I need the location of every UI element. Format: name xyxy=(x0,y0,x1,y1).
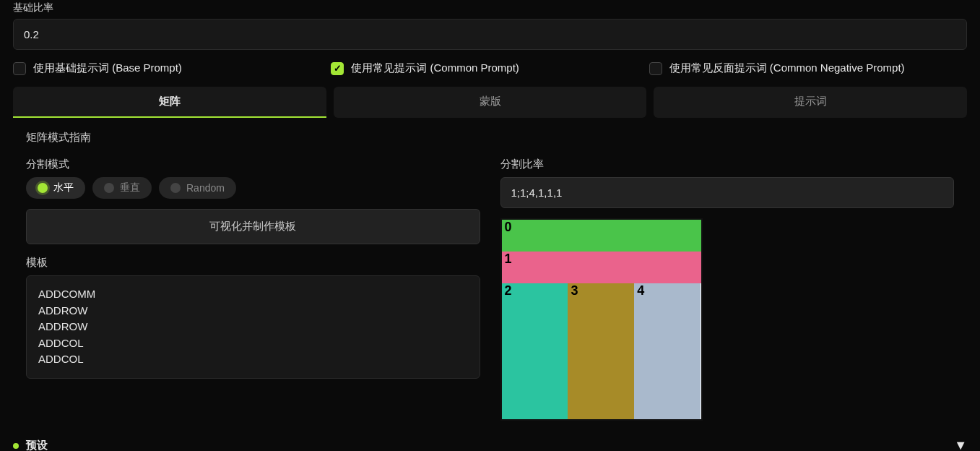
template-line: ADDROW xyxy=(38,319,468,335)
tab-prompt[interactable]: 提示词 xyxy=(654,87,967,118)
template-textarea[interactable]: ADDCOMMADDROWADDROWADDCOLADDCOL xyxy=(26,275,480,379)
common-prompt-label: 使用常见提示词 (Common Prompt) xyxy=(351,61,519,75)
matrix-guide-title: 矩阵模式指南 xyxy=(26,131,954,145)
mode-random-label: Random xyxy=(186,182,225,194)
preset-status-dot-icon xyxy=(13,443,19,449)
mode-horizontal-label: 水平 xyxy=(53,181,74,194)
radio-dot-icon xyxy=(104,183,114,193)
template-label: 模板 xyxy=(26,256,480,270)
split-mode-label: 分割模式 xyxy=(26,158,480,171)
template-line: ADDROW xyxy=(38,303,468,319)
viz-region-number: 1 xyxy=(505,252,512,267)
viz-region-number: 4 xyxy=(637,283,644,298)
viz-region xyxy=(502,252,701,283)
viz-region xyxy=(568,283,634,419)
region-visualization: 01234 xyxy=(500,218,703,421)
viz-region xyxy=(502,283,568,419)
base-prompt-label: 使用基础提示词 (Base Prompt) xyxy=(33,61,182,75)
viz-region-number: 2 xyxy=(505,283,512,298)
viz-region-number: 3 xyxy=(571,283,578,298)
mode-vertical-label: 垂直 xyxy=(120,181,140,194)
radio-dot-icon xyxy=(38,183,48,193)
mode-vertical[interactable]: 垂直 xyxy=(92,177,152,199)
preset-label: 预设 xyxy=(26,439,48,451)
radio-dot-icon xyxy=(170,183,181,193)
common-neg-checkbox[interactable] xyxy=(649,62,662,75)
viz-region xyxy=(634,283,701,419)
mode-random[interactable]: Random xyxy=(159,177,236,199)
mode-horizontal[interactable]: 水平 xyxy=(26,177,85,199)
base-ratio-input[interactable] xyxy=(13,19,967,50)
base-prompt-checkbox[interactable] xyxy=(13,62,26,75)
viz-region-number: 0 xyxy=(505,220,512,235)
template-line: ADDCOMM xyxy=(38,286,468,303)
visualize-button[interactable]: 可视化并制作模板 xyxy=(26,209,480,244)
split-ratio-input[interactable] xyxy=(500,177,955,208)
viz-region xyxy=(502,220,701,252)
split-ratio-label: 分割比率 xyxy=(500,158,955,171)
tab-mask[interactable]: 蒙版 xyxy=(334,87,647,118)
preset-collapse-toggle[interactable]: ▼ xyxy=(954,438,967,451)
template-line: ADDCOL xyxy=(38,335,468,352)
base-ratio-label: 基础比率 xyxy=(13,1,967,14)
tab-matrix[interactable]: 矩阵 xyxy=(13,87,326,118)
template-line: ADDCOL xyxy=(38,351,468,368)
common-prompt-checkbox[interactable] xyxy=(331,62,344,75)
common-neg-label: 使用常见反面提示词 (Common Negative Prompt) xyxy=(669,61,905,75)
